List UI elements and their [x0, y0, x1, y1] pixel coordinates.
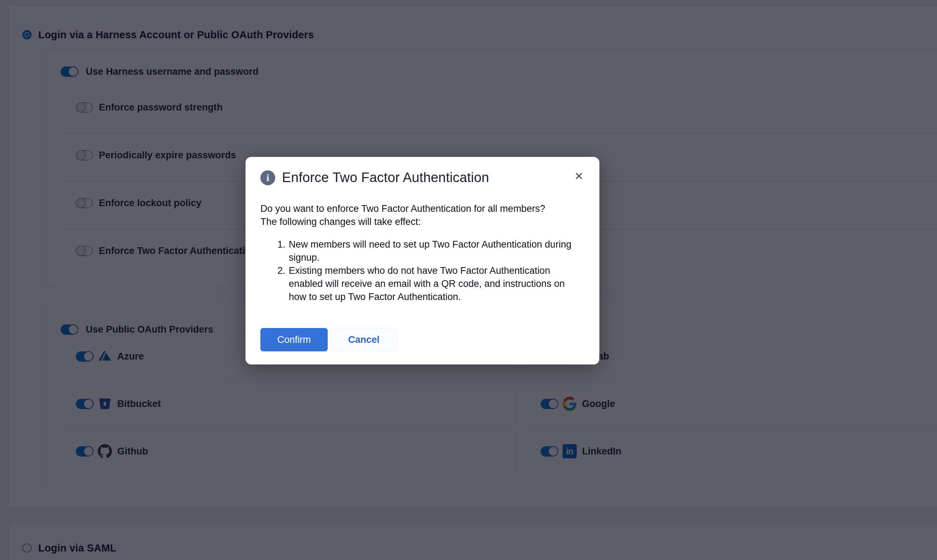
- dialog-change-list: New members will need to set up Two Fact…: [260, 238, 575, 303]
- close-icon[interactable]: ✕: [570, 167, 588, 185]
- dialog-intro-text: Do you want to enforce Two Factor Authen…: [260, 202, 583, 228]
- dialog-buttons: Confirm Cancel: [260, 328, 397, 351]
- list-item: New members will need to set up Two Fact…: [288, 238, 575, 264]
- dialog-body: Do you want to enforce Two Factor Authen…: [260, 202, 583, 303]
- info-icon: i: [260, 170, 275, 185]
- dialog-title: Enforce Two Factor Authentication: [282, 170, 489, 185]
- cancel-button[interactable]: Cancel: [331, 328, 397, 351]
- list-item: Existing members who do not have Two Fac…: [288, 264, 575, 303]
- confirm-button[interactable]: Confirm: [260, 328, 328, 351]
- two-factor-confirm-dialog: i Enforce Two Factor Authentication ✕ Do…: [246, 157, 599, 365]
